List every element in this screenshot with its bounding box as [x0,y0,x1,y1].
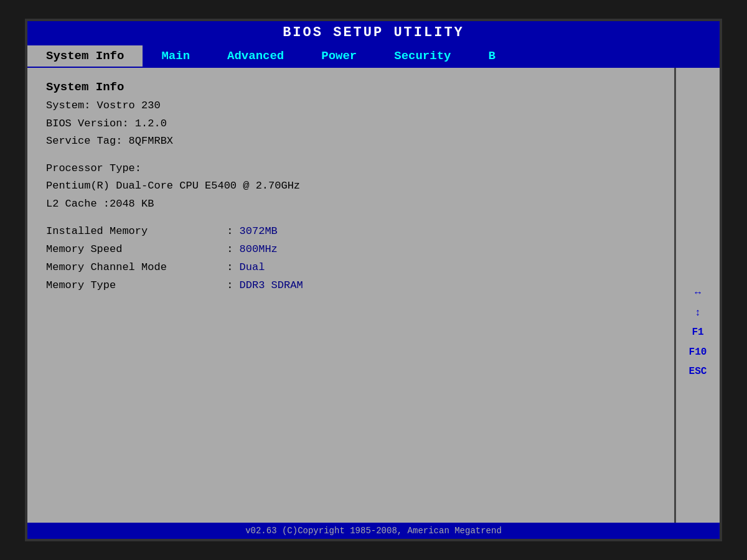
memory-value-0: 3072MB [240,223,278,241]
menu-item-boot[interactable]: B [469,45,498,67]
title-text: BIOS SETUP UTILITY [283,25,464,40]
sidebar-esc: ESC [689,364,707,380]
memory-label-0: Installed Memory [46,223,220,241]
memory-row-1: Memory Speed : 800MHz [46,241,655,259]
bottom-bar: v02.63 (C)Copyright 1985-2008, American … [27,523,720,539]
menu-item-advanced[interactable]: Advanced [209,45,303,67]
content-area: System Info System: Vostro 230 BIOS Vers… [27,68,720,523]
memory-label-1: Memory Speed [46,241,220,259]
menu-item-system-info[interactable]: System Info [27,45,143,67]
menu-bar: System Info Main Advanced Power Security… [27,44,720,68]
sidebar-f1: F1 [692,325,703,341]
menu-item-power[interactable]: Power [303,45,375,67]
processor-label: Processor Type: [46,161,655,177]
menu-item-security[interactable]: Security [375,45,469,67]
memory-value-2: Dual [240,259,265,277]
bios-screen: BIOS SETUP UTILITY System Info Main Adva… [25,19,722,541]
processor-line1: Pentium(R) Dual-Core CPU E5400 @ 2.70GHz [46,178,655,194]
memory-row-2: Memory Channel Mode : Dual [46,259,655,277]
memory-value-3: DDR3 SDRAM [240,277,303,295]
title-bar: BIOS SETUP UTILITY [27,21,720,44]
processor-line2: L2 Cache :2048 KB [46,196,655,212]
menu-item-main[interactable]: Main [143,45,209,67]
system-name: System: Vostro 230 [46,98,655,114]
memory-row-0: Installed Memory : 3072MB [46,223,655,241]
main-panel: System Info System: Vostro 230 BIOS Vers… [27,68,676,523]
system-info-block: System Info System: Vostro 230 BIOS Vers… [46,80,655,149]
section-title: System Info [46,80,655,94]
memory-row-3: Memory Type : DDR3 SDRAM [46,277,655,295]
memory-block: Installed Memory : 3072MB Memory Speed :… [46,223,655,295]
memory-label-2: Memory Channel Mode [46,259,220,277]
service-tag: Service Tag: 8QFMRBX [46,133,655,149]
sidebar-arrows-lr: ↔ [695,286,701,302]
sidebar-arrows-ud: ↕ [695,306,701,322]
memory-label-3: Memory Type [46,277,220,295]
memory-value-1: 800MHz [240,241,278,259]
bios-version: BIOS Version: 1.2.0 [46,116,655,132]
processor-block: Processor Type: Pentium(R) Dual-Core CPU… [46,161,655,212]
bottom-text: v02.63 (C)Copyright 1985-2008, American … [245,526,502,536]
sidebar: ↔ ↕ F1 F10 ESC [676,68,720,523]
sidebar-f10: F10 [689,345,707,361]
